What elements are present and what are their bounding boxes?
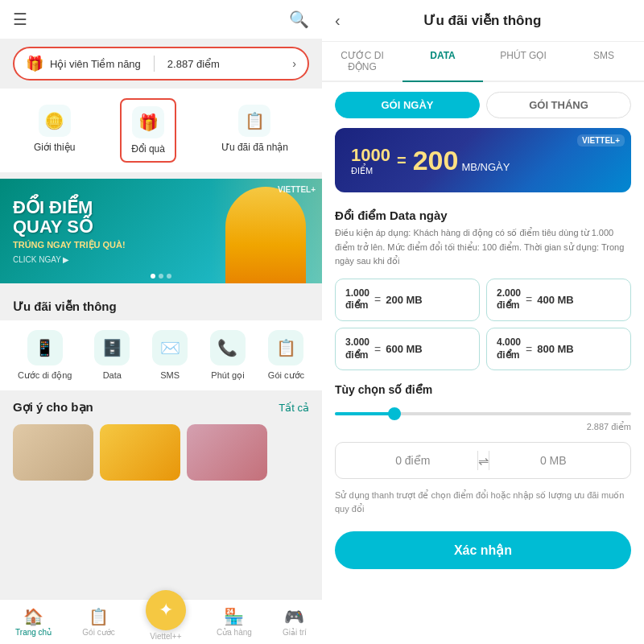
telecom-phut-goi[interactable]: 📞 Phút gọi xyxy=(210,330,246,381)
left-panel: ☰ 🔍 🎁 Hội viên Tiềm năng 2.887 điểm › 🪙 … xyxy=(0,0,322,644)
nav-cua-hang-label: Cửa hàng xyxy=(217,628,252,637)
goi-cuoc-label: Gói cước xyxy=(268,370,304,381)
telecom-goi-cuoc[interactable]: 📋 Gói cước xyxy=(268,330,304,381)
phut-goi-label: Phút gọi xyxy=(211,370,244,381)
telecom-cuoc-di-dong[interactable]: 📱 Cước di động xyxy=(18,330,72,381)
telecom-icons: 📱 Cước di động 🗄️ Data ✉️ SMS 📞 Phút gọi… xyxy=(0,320,322,390)
suggest-card-food[interactable] xyxy=(100,424,180,481)
nav-trang-chu[interactable]: 🏠 Trang chủ xyxy=(15,607,52,637)
promo-points: 1000 xyxy=(351,145,390,166)
promo-banner[interactable]: ĐỔI ĐIỂMQUAY SỐ TRÚNG NGAY TRIỆU QUÀ! CL… xyxy=(0,179,322,283)
telecom-data[interactable]: 🗄️ Data xyxy=(94,330,130,381)
exchange-arrows-icon: ⇌ xyxy=(478,453,489,469)
slider-container[interactable]: 2.887 điểm xyxy=(322,402,644,436)
exchange-input-mb[interactable]: 0 MB xyxy=(489,454,618,467)
nav-viettel-plus-label: Viettel++ xyxy=(150,632,181,641)
promo-mb-value: 200 xyxy=(413,145,459,176)
phut-goi-icon: 📞 xyxy=(210,330,246,365)
nav-cua-hang[interactable]: 🏪 Cửa hàng xyxy=(217,607,252,637)
doi-qua-icon: 🎁 xyxy=(132,106,164,138)
goi-cuoc-nav-icon: 📋 xyxy=(89,607,109,626)
search-icon[interactable]: 🔍 xyxy=(289,10,309,29)
option-3-eq: = xyxy=(374,343,381,356)
member-icon: 🎁 xyxy=(26,55,43,72)
exchange-section-title: Đổi điểm Data ngày xyxy=(322,202,644,226)
slider-max-label: 2.887 điểm xyxy=(335,422,631,432)
uu-dai-label: Ưu đãi đã nhận xyxy=(221,142,288,153)
data-option-3000[interactable]: 3.000 điểm = 600 MB xyxy=(335,328,480,370)
chevron-right-icon: › xyxy=(292,57,296,70)
nav-viettel-plus[interactable]: ✦ Viettel++ xyxy=(146,603,186,641)
dot-3 xyxy=(167,274,171,279)
member-points: 2.887 điểm xyxy=(167,58,220,70)
sub-tabs: GÓI NGÀY GÓI THÁNG xyxy=(335,92,631,118)
telecom-sms[interactable]: ✉️ SMS xyxy=(152,330,188,381)
nav-goi-cuoc[interactable]: 📋 Gói cước xyxy=(82,607,114,637)
option-1-points: 1.000 xyxy=(345,287,369,300)
data-option-4000[interactable]: 4.000 điểm = 800 MB xyxy=(486,328,631,370)
viettel-plus-icon: ✦ xyxy=(159,600,173,621)
quick-action-doi-qua[interactable]: 🎁 Đổi quà xyxy=(120,98,176,163)
exchange-input-points[interactable]: 0 điểm xyxy=(349,454,477,467)
suggest-cards xyxy=(0,421,322,490)
nav-giai-tri-label: Giải trí xyxy=(283,628,307,637)
data-option-2000[interactable]: 2.000 điểm = 400 MB xyxy=(486,279,631,321)
viettel-badge: VIETTEL+ xyxy=(577,134,625,147)
suggest-card-home[interactable] xyxy=(13,424,93,481)
cuoc-icon: 📱 xyxy=(27,330,63,365)
goi-cuoc-icon: 📋 xyxy=(268,330,303,365)
suggest-header: Gợi ý cho bạn Tất cả xyxy=(0,390,322,421)
confirm-button[interactable]: Xác nhận xyxy=(335,531,631,569)
telecom-section-title: Ưu đãi viễn thông xyxy=(0,290,322,320)
data-label: Data xyxy=(103,370,122,380)
option-4-eq: = xyxy=(526,343,532,356)
exchange-hint: Sử dụng thanh trượt để chọn điểm đổi hoặ… xyxy=(322,485,644,525)
data-option-1000[interactable]: 1.000 điểm = 200 MB xyxy=(335,279,480,321)
cuoc-label: Cước di động xyxy=(18,370,72,381)
tab-phut-goi[interactable]: PHÚT GỌI xyxy=(483,42,564,82)
data-icon: 🗄️ xyxy=(94,330,130,365)
member-label: Hội viên Tiềm năng xyxy=(50,58,141,70)
tab-cuoc-di-dong[interactable]: CƯỚC DI ĐỘNG xyxy=(322,42,402,82)
gioi-thieu-icon: 🪙 xyxy=(39,105,71,137)
quick-action-uu-dai[interactable]: 📋 Ưu đãi đã nhận xyxy=(212,98,298,163)
promo-subtitle: TRÚNG NGAY TRIỆU QUÀ! xyxy=(13,240,126,250)
slider-track[interactable] xyxy=(335,412,631,415)
data-options: 1.000 điểm = 200 MB 2.000 điểm = 400 MB … xyxy=(335,279,631,370)
nav-giai-tri[interactable]: 🎮 Giải trí xyxy=(283,607,307,637)
sub-tab-goi-ngay[interactable]: GÓI NGÀY xyxy=(335,92,480,118)
quick-action-gioi-thieu[interactable]: 🪙 Giới thiệu xyxy=(24,98,85,163)
bottom-nav: 🏠 Trang chủ 📋 Gói cước ✦ Viettel++ 🏪 Cửa… xyxy=(0,599,322,644)
suggest-all-link[interactable]: Tất cả xyxy=(279,402,309,414)
hamburger-icon[interactable]: ☰ xyxy=(13,10,27,29)
option-4-mb: 800 MB xyxy=(537,343,574,355)
back-button[interactable]: ‹ xyxy=(335,11,341,30)
tab-sms[interactable]: SMS xyxy=(564,42,644,82)
dot-1 xyxy=(151,274,155,279)
sms-icon: ✉️ xyxy=(152,330,188,365)
promo-points-label: ĐIỂM xyxy=(351,166,390,176)
left-header: ☰ 🔍 xyxy=(0,0,322,39)
member-bar[interactable]: 🎁 Hội viên Tiềm năng 2.887 điểm › xyxy=(13,47,309,80)
uu-dai-icon: 📋 xyxy=(238,105,270,137)
promo-title: ĐỔI ĐIỂMQUAY SỐ xyxy=(13,198,126,237)
custom-title: Tùy chọn số điểm xyxy=(322,380,644,402)
right-panel: ‹ Ưu đãi viễn thông CƯỚC DI ĐỘNG DATA PH… xyxy=(322,0,644,644)
tab-data[interactable]: DATA xyxy=(402,42,483,82)
option-2-points: 2.000 xyxy=(497,287,521,300)
option-1-mb: 200 MB xyxy=(386,294,423,306)
right-header: ‹ Ưu đãi viễn thông xyxy=(322,0,644,42)
divider xyxy=(154,56,155,72)
exchange-row: 0 điểm ⇌ 0 MB xyxy=(335,442,631,479)
option-4-points: 4.000 xyxy=(497,336,521,349)
option-2-label: điểm xyxy=(497,299,521,312)
option-2-eq: = xyxy=(526,293,532,306)
sub-tab-goi-thang[interactable]: GÓI THÁNG xyxy=(486,92,631,118)
option-4-label: điểm xyxy=(497,349,521,362)
home-icon: 🏠 xyxy=(23,607,43,626)
quick-actions: 🪙 Giới thiệu 🎁 Đổi quà 📋 Ưu đãi đã nhận xyxy=(0,89,322,172)
main-tabs: CƯỚC DI ĐỘNG DATA PHÚT GỌI SMS xyxy=(322,42,644,82)
sms-label: SMS xyxy=(160,370,180,380)
slider-thumb[interactable] xyxy=(388,407,401,420)
suggest-card-spa[interactable] xyxy=(187,424,267,481)
